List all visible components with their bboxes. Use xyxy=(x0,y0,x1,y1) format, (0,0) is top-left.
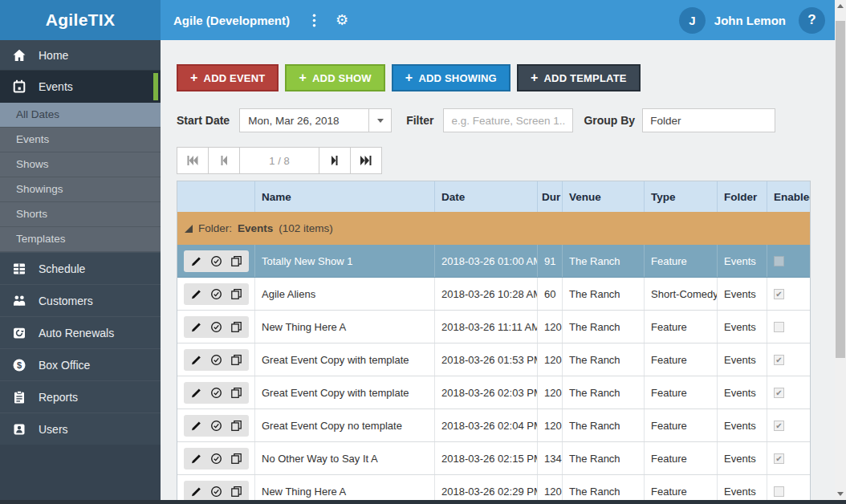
edit-pencil-icon[interactable] xyxy=(190,453,202,465)
add-event-button[interactable]: + ADD EVENT xyxy=(177,64,279,91)
add-showing-button[interactable]: + ADD SHOWING xyxy=(392,64,510,91)
sidebar-subitem[interactable]: Shows xyxy=(0,152,161,177)
sidebar-subitem[interactable]: Showings xyxy=(0,177,161,202)
copy-icon[interactable] xyxy=(230,288,242,300)
row-actions-cell xyxy=(177,343,255,376)
table-row[interactable]: Great Event Copy with template 2018-03-2… xyxy=(177,343,810,376)
user-name[interactable]: John Lemon xyxy=(714,14,786,27)
column-header-dur[interactable]: Dur xyxy=(538,181,563,212)
sidebar-item-auto-renewals[interactable]: Auto Renewals xyxy=(0,316,161,348)
check-circle-icon[interactable] xyxy=(210,387,222,399)
copy-icon[interactable] xyxy=(230,420,242,432)
copy-icon[interactable] xyxy=(230,453,242,465)
sidebar-item-customers[interactable]: Customers xyxy=(0,284,161,316)
sidebar-item-reports[interactable]: Reports xyxy=(0,380,161,413)
event-enabled-cell xyxy=(767,311,810,343)
row-actions-cell xyxy=(177,442,255,474)
copy-icon[interactable] xyxy=(230,486,242,498)
sidebar-subitem[interactable]: Templates xyxy=(0,227,161,252)
copy-icon[interactable] xyxy=(230,354,242,366)
scroll-down-button[interactable] xyxy=(835,488,846,500)
add-template-button[interactable]: + ADD TEMPLATE xyxy=(517,64,641,91)
copy-icon[interactable] xyxy=(230,387,242,399)
copy-icon[interactable] xyxy=(230,321,242,333)
sidebar-item-events[interactable]: Events xyxy=(0,71,161,103)
enabled-checkbox[interactable]: ✔ xyxy=(774,355,784,365)
table-row[interactable]: Totally New Show 1 2018-03-26 01:00 AM 9… xyxy=(177,245,810,278)
event-venue-cell: The Ranch xyxy=(563,343,645,376)
auto-renewals-icon xyxy=(12,326,26,340)
previous-page-button[interactable] xyxy=(208,147,240,174)
add-show-button[interactable]: + ADD SHOW xyxy=(285,64,384,91)
event-folder-cell: Events xyxy=(718,475,767,500)
event-duration-cell: 120 xyxy=(538,409,563,441)
edit-pencil-icon[interactable] xyxy=(190,387,202,399)
column-header-actions[interactable] xyxy=(177,181,255,212)
enabled-checkbox[interactable]: ✔ xyxy=(774,388,784,398)
enabled-checkbox[interactable]: ✔ xyxy=(774,453,784,464)
enabled-checkbox[interactable] xyxy=(774,486,784,497)
table-row[interactable]: No Other Way to Say It A 2018-03-26 02:1… xyxy=(177,442,810,475)
edit-pencil-icon[interactable] xyxy=(190,321,202,333)
column-header-date[interactable]: Date xyxy=(435,181,538,212)
row-actions-cell xyxy=(177,245,255,277)
sidebar-item-schedule[interactable]: Schedule xyxy=(0,252,161,284)
table-row[interactable]: New Thing Here A 2018-03-26 11:11 AM 120… xyxy=(177,311,810,343)
edit-pencil-icon[interactable] xyxy=(190,486,202,498)
sidebar-item-home[interactable]: Home xyxy=(0,40,161,71)
last-page-button[interactable] xyxy=(350,147,382,174)
event-duration-cell: 120 xyxy=(538,376,563,408)
scroll-up-button[interactable] xyxy=(835,0,846,12)
scrollbar-thumb[interactable] xyxy=(836,21,845,358)
dropdown-arrow-button[interactable] xyxy=(368,109,391,132)
edit-pencil-icon[interactable] xyxy=(190,420,202,432)
enabled-checkbox[interactable] xyxy=(774,322,784,332)
event-enabled-cell: ✔ xyxy=(767,376,810,408)
first-page-button[interactable] xyxy=(177,147,209,174)
event-enabled-cell: ✔ xyxy=(767,343,810,376)
check-circle-icon[interactable] xyxy=(210,255,222,267)
column-header-name[interactable]: Name xyxy=(255,181,435,212)
next-page-button[interactable] xyxy=(319,147,351,174)
help-button[interactable]: ? xyxy=(799,7,825,34)
user-avatar[interactable]: J xyxy=(679,7,706,34)
start-date-dropdown[interactable]: Mon, Mar 26, 2018 xyxy=(239,108,392,132)
check-circle-icon[interactable] xyxy=(210,321,222,333)
table-row[interactable]: Great Event Copy with template 2018-03-2… xyxy=(177,376,810,409)
sidebar-subitem[interactable]: All Dates xyxy=(0,103,161,128)
settings-gear-icon[interactable]: ⚙ xyxy=(336,13,348,27)
filter-input[interactable] xyxy=(443,108,573,132)
check-circle-icon[interactable] xyxy=(210,288,222,300)
event-name-cell: No Other Way to Say It A xyxy=(255,442,435,474)
column-header-folder[interactable]: Folder xyxy=(718,181,767,212)
check-circle-icon[interactable] xyxy=(210,486,222,498)
column-header-type[interactable]: Type xyxy=(645,181,718,212)
edit-pencil-icon[interactable] xyxy=(190,255,202,267)
action-toolbar: + ADD EVENT + ADD SHOW + ADD SHOWING + A… xyxy=(177,64,835,91)
table-row[interactable]: Agile Aliens 2018-03-26 10:28 AM 60 The … xyxy=(177,278,810,311)
vertical-scrollbar[interactable] xyxy=(835,0,846,500)
check-circle-icon[interactable] xyxy=(210,420,222,432)
enabled-checkbox[interactable] xyxy=(774,256,784,266)
event-type-cell: Feature xyxy=(645,475,718,500)
table-row[interactable]: Great Event Copy no template 2018-03-26 … xyxy=(177,409,810,442)
sidebar-subitem[interactable]: Shorts xyxy=(0,202,161,227)
sidebar-item-users[interactable]: Users xyxy=(0,413,161,445)
column-header-enabled[interactable]: Enabled xyxy=(767,181,810,212)
kebab-menu-button[interactable] xyxy=(312,14,316,27)
sidebar-item-box-office[interactable]: $ Box Office xyxy=(0,348,161,380)
plus-icon: + xyxy=(190,71,198,84)
column-header-venue[interactable]: Venue xyxy=(563,181,645,212)
check-circle-icon[interactable] xyxy=(210,354,222,366)
group-by-input[interactable] xyxy=(642,108,775,132)
edit-pencil-icon[interactable] xyxy=(190,354,202,366)
row-actions-chip xyxy=(184,415,249,437)
sidebar-subitem[interactable]: Events xyxy=(0,128,161,152)
group-header-row[interactable]: Folder:Events(102 items) xyxy=(177,212,810,245)
copy-icon[interactable] xyxy=(230,255,242,267)
check-circle-icon[interactable] xyxy=(210,453,222,465)
table-row[interactable]: New Thing Here A 2018-03-26 02:29 PM 120… xyxy=(177,475,810,500)
edit-pencil-icon[interactable] xyxy=(190,288,202,300)
enabled-checkbox[interactable]: ✔ xyxy=(774,421,784,431)
enabled-checkbox[interactable]: ✔ xyxy=(774,289,784,299)
